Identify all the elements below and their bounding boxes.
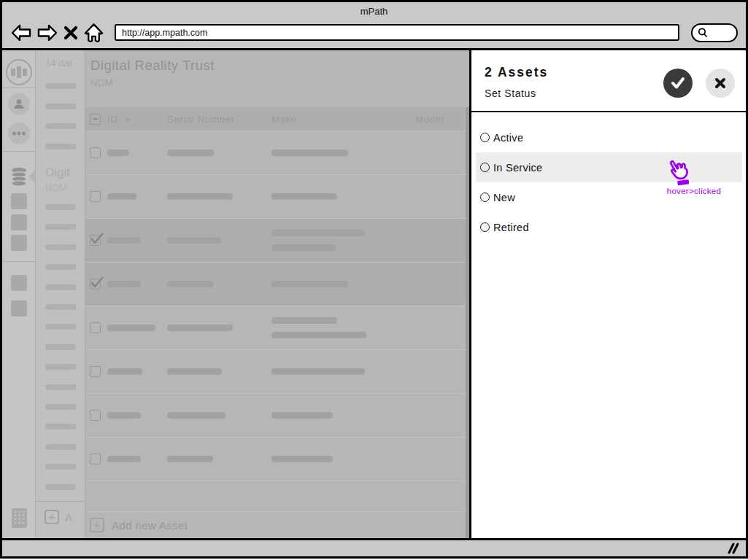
column-header-id[interactable]: ID — [107, 114, 167, 125]
serial-placeholder — [167, 456, 213, 462]
id-placeholder — [107, 324, 155, 331]
sort-desc-icon — [124, 118, 131, 122]
back-arrow-icon — [10, 22, 32, 44]
id-placeholder — [107, 237, 141, 244]
id-placeholder — [107, 193, 136, 200]
plus-icon: + — [90, 518, 104, 532]
status-option-retired[interactable]: Retired — [476, 212, 742, 242]
icon-sidebar — [2, 50, 36, 538]
active-item-pointer — [28, 170, 35, 183]
table-row[interactable] — [85, 131, 469, 175]
serial-placeholder — [167, 149, 214, 156]
page-title: Digital Reality Trust — [90, 58, 215, 74]
add-list-item-label: A — [65, 511, 72, 524]
list-footer-divider — [36, 501, 85, 502]
make-placeholder — [271, 456, 415, 462]
column-header-model[interactable]: Model — [415, 114, 469, 125]
row-checkbox[interactable] — [90, 147, 101, 158]
table-row[interactable] — [85, 350, 469, 394]
close-button[interactable] — [706, 69, 735, 98]
row-checkbox[interactable] — [90, 235, 101, 246]
row-checkbox[interactable] — [90, 191, 101, 202]
radio-button[interactable] — [480, 163, 490, 172]
column-header-serial[interactable]: Serial Number — [167, 114, 271, 125]
stop-button[interactable] — [63, 24, 79, 42]
serial-placeholder — [167, 281, 213, 287]
sidebar-divider — [2, 261, 35, 262]
window-title: mPath — [2, 2, 746, 20]
id-placeholder — [107, 368, 142, 375]
id-placeholder — [107, 412, 141, 419]
plus-icon: + — [45, 510, 59, 524]
add-asset-button[interactable]: + Add new Asset — [85, 511, 469, 538]
search-icon — [696, 26, 709, 39]
panel-title: 2 Assets — [485, 65, 548, 80]
make-placeholder — [271, 149, 415, 156]
forward-button[interactable] — [36, 22, 58, 44]
id-placeholder — [107, 456, 141, 462]
home-button[interactable] — [83, 22, 104, 44]
search-box[interactable] — [691, 23, 738, 42]
table-header-row: ID Serial Number Make Model — [85, 107, 469, 131]
user-icon — [12, 98, 26, 111]
sidebar-item-more[interactable] — [8, 122, 30, 144]
id-placeholder — [107, 149, 129, 156]
make-placeholder — [271, 281, 415, 287]
list-item-title: Digit — [45, 166, 70, 180]
serial-placeholder — [167, 412, 225, 419]
make-placeholder — [271, 317, 415, 338]
row-checkbox[interactable] — [90, 366, 101, 377]
list-item-subtitle: NDM — [45, 182, 67, 193]
datacenter-list-panel: 14 dat Digit NDM + A — [36, 50, 85, 538]
app-logo-icon[interactable] — [6, 59, 32, 85]
status-option-active[interactable]: Active — [476, 122, 742, 152]
forward-arrow-icon — [36, 22, 58, 44]
sidebar-item-placeholder[interactable] — [11, 193, 27, 209]
sidebar-item-assets-active[interactable] — [9, 167, 28, 190]
table-row[interactable] — [85, 175, 469, 219]
radio-button[interactable] — [480, 192, 490, 202]
status-option-in-service[interactable]: In Service — [476, 152, 742, 182]
select-all-checkbox[interactable] — [90, 114, 101, 125]
table-row[interactable] — [85, 438, 469, 481]
set-status-panel: 2 Assets Set Status Active In Service — [469, 50, 746, 538]
add-asset-label: Add new Asset — [112, 519, 188, 532]
stop-x-icon — [63, 24, 79, 42]
table-row[interactable] — [85, 219, 469, 262]
sidebar-item-building[interactable] — [10, 507, 28, 532]
ellipsis-icon — [12, 131, 26, 136]
radio-button[interactable] — [480, 222, 490, 232]
id-placeholder — [107, 281, 141, 287]
row-checkbox[interactable] — [90, 454, 101, 464]
table-row[interactable] — [85, 394, 469, 438]
back-button[interactable] — [10, 22, 32, 44]
building-icon — [10, 507, 28, 529]
resize-handle[interactable] — [725, 542, 741, 557]
sidebar-item-placeholder[interactable] — [11, 300, 27, 316]
app-content: 14 dat Digit NDM + A Digital Reality Tru… — [2, 48, 746, 540]
make-placeholder — [271, 230, 415, 251]
sidebar-item-placeholder[interactable] — [11, 214, 27, 230]
sidebar-item-user[interactable] — [8, 93, 30, 115]
sidebar-item-placeholder[interactable] — [11, 235, 27, 251]
sidebar-item-placeholder[interactable] — [11, 275, 27, 291]
resize-grip-icon — [725, 542, 741, 554]
url-input[interactable] — [116, 26, 678, 40]
window-bottom-bar — [2, 540, 746, 556]
asset-table-body — [85, 131, 469, 481]
table-row[interactable] — [85, 262, 469, 306]
radio-button[interactable] — [480, 133, 490, 142]
interaction-annotation: hover>clicked — [652, 187, 736, 195]
row-checkbox[interactable] — [90, 410, 101, 421]
row-checkbox[interactable] — [90, 322, 101, 333]
table-row[interactable] — [85, 306, 469, 350]
status-option-label: In Service — [493, 162, 542, 174]
make-placeholder — [271, 193, 415, 200]
add-list-item-button[interactable]: + A — [45, 510, 72, 524]
url-bar — [115, 24, 679, 41]
confirm-button[interactable] — [663, 69, 693, 98]
serial-placeholder — [167, 324, 233, 331]
column-header-make[interactable]: Make — [271, 114, 415, 125]
list-count-label: 14 dat — [45, 58, 72, 69]
row-checkbox[interactable] — [90, 279, 101, 289]
